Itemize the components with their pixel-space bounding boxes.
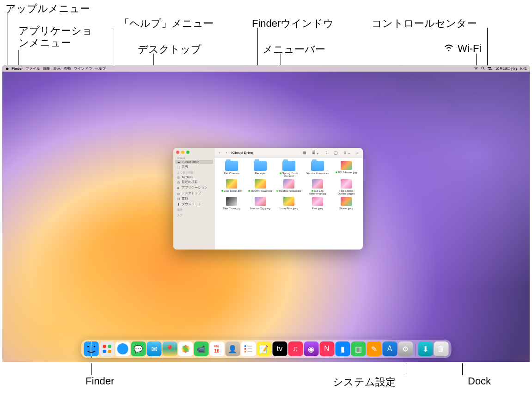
sync-status-icon (336, 171, 337, 173)
file-label: RD.2-Notes.jpg (336, 171, 357, 174)
dock-music[interactable]: ♫ (288, 341, 303, 356)
group-button[interactable]: ≣ ⌄ (311, 150, 321, 155)
sidebar-desktop[interactable]: ▭デスクトップ (173, 190, 215, 196)
file-item[interactable]: Still Life Reference.jpg (304, 179, 331, 195)
downloads-icon: ⬇ (177, 203, 180, 206)
menu-help[interactable]: ヘルプ (95, 66, 106, 71)
file-label: Spring Youth Council (275, 172, 303, 177)
dock-safari[interactable] (115, 341, 130, 356)
dock-calendar[interactable]: 10月18 (209, 341, 224, 356)
svg-point-22 (244, 345, 246, 347)
file-item[interactable]: Rooftop Shoot.jpg (275, 179, 303, 195)
dock-finder[interactable] (84, 341, 98, 356)
search-button[interactable]: ⌕ (355, 150, 360, 155)
menu-window[interactable]: ウインドウ (73, 66, 92, 71)
file-item[interactable]: Lone Pine.jpeg (275, 197, 303, 210)
control-center-icon[interactable] (488, 67, 492, 70)
menubar-date[interactable]: 10月18日(火) (495, 66, 517, 71)
dock-contacts[interactable]: 👤 (225, 341, 240, 356)
dock-numbers[interactable]: ▥ (351, 341, 366, 356)
sidebar-icloud-drive[interactable]: ☁iCloud Drive (175, 160, 213, 164)
file-item[interactable]: Mexico City.jpeg (246, 197, 274, 210)
dock-mail[interactable]: ✉ (147, 341, 161, 356)
desktop[interactable]: Finder ファイル 編集 表示 移動 ウインドウ ヘルプ 10月18日(火)… (2, 65, 530, 362)
file-item[interactable]: Spring Youth Council (275, 161, 303, 177)
callout-menubar: メニューバー (263, 43, 325, 56)
file-item[interactable]: Title Cover.jpg (218, 197, 245, 210)
dock-podcasts[interactable]: ◉ (304, 341, 318, 356)
image-thumbnail (255, 179, 266, 189)
finder-window[interactable]: iCloud ☁iCloud Drive ⬚共有 よく使う項目 ◎AirDrop… (173, 148, 363, 250)
sidebar-downloads[interactable]: ⬇ダウンロード (173, 201, 215, 207)
svg-rect-2 (488, 67, 490, 68)
app-menu[interactable]: Finder (12, 67, 23, 71)
minimize-button[interactable] (181, 151, 184, 154)
folder-icon (225, 161, 238, 171)
dock-news[interactable]: N (319, 341, 334, 356)
apple-menu-icon[interactable] (5, 67, 9, 70)
svg-rect-12 (103, 350, 106, 353)
dock-appstore[interactable]: A (382, 341, 397, 356)
file-item[interactable]: Leaf Detail.jpg (218, 179, 245, 195)
dock-notes[interactable]: 📝 (257, 341, 271, 356)
dock-maps[interactable]: 📍 (162, 341, 177, 356)
dock-trash[interactable]: 🗑 (434, 341, 448, 356)
menu-edit[interactable]: 編集 (43, 66, 50, 71)
sidebar-airdrop[interactable]: ◎AirDrop (173, 175, 215, 179)
finder-content[interactable]: Rail ChasersReceiptsSpring Youth Council… (215, 158, 363, 250)
svg-rect-9 (99, 341, 114, 356)
sidebar-shared[interactable]: ⬚共有 (173, 164, 215, 170)
dock-system-settings[interactable]: ⚙ (398, 341, 413, 356)
callout-finder-window: Finderウインドウ (252, 17, 334, 30)
menu-view[interactable]: 表示 (53, 66, 61, 71)
sidebar-documents[interactable]: ☐書類 (173, 196, 215, 201)
wifi-status-icon[interactable] (474, 67, 478, 70)
menu-go[interactable]: 移動 (63, 66, 71, 71)
close-button[interactable] (176, 151, 179, 154)
dock-downloads[interactable]: ⬇ (418, 341, 433, 356)
file-item[interactable]: Skater.jpeg (332, 197, 360, 210)
svg-rect-11 (108, 345, 111, 348)
sidebar-recents[interactable]: ◷最近の項目 (173, 179, 215, 185)
forward-button[interactable]: › (225, 150, 229, 155)
folder-icon (282, 161, 295, 171)
back-button[interactable]: ‹ (218, 150, 222, 155)
tag-button[interactable]: ◯ (332, 150, 339, 155)
file-item[interactable]: Fall Scents Outline.pages (332, 179, 360, 195)
callout-dock: Dock (468, 375, 491, 387)
file-label: Vendor & Invoices (306, 172, 329, 175)
file-item[interactable]: Receipts (246, 161, 274, 177)
dock-keynote[interactable]: ▮ (335, 341, 350, 356)
clock-icon: ◷ (177, 181, 180, 184)
dock-reminders[interactable] (241, 341, 256, 356)
file-item[interactable]: Pink.jpeg (304, 197, 331, 210)
menubar-time[interactable]: 9:41 (520, 67, 527, 71)
zoom-button[interactable] (186, 151, 190, 154)
spotlight-icon[interactable] (481, 67, 485, 70)
dock-photos[interactable] (178, 341, 193, 356)
dock-separator (415, 343, 416, 356)
file-label: Receipts (255, 172, 265, 175)
sidebar-applications[interactable]: Aアプリケーション (173, 185, 215, 190)
sync-status-icon (276, 190, 278, 192)
image-thumbnail (283, 197, 294, 206)
file-item[interactable]: Yellow Flower.jpg (246, 179, 274, 195)
share-button[interactable]: ⇪ (324, 150, 330, 155)
dock-facetime[interactable]: 📹 (194, 341, 208, 356)
file-item[interactable]: Rail Chasers (218, 161, 245, 177)
file-item[interactable]: Vendor & Invoices (304, 161, 331, 177)
dock-pages[interactable]: ✎ (367, 341, 381, 356)
dock-launchpad[interactable] (99, 341, 114, 356)
callout-finder-dock: Finder (86, 375, 114, 387)
action-button[interactable]: ⊖ ⌄ (342, 150, 352, 155)
image-thumbnail (341, 179, 352, 189)
dock-messages[interactable]: 💬 (131, 341, 146, 356)
callout-app-menu: アプリケーションメニュー (18, 25, 92, 49)
view-icons-button[interactable]: ▦ (301, 150, 308, 155)
svg-rect-13 (108, 350, 111, 353)
menu-file[interactable]: ファイル (25, 66, 40, 71)
desktop-icon: ▭ (177, 192, 180, 195)
apps-icon: A (177, 186, 180, 189)
file-item[interactable]: RD.2-Notes.jpg (332, 161, 360, 177)
dock-tv[interactable]: tv (272, 341, 287, 356)
